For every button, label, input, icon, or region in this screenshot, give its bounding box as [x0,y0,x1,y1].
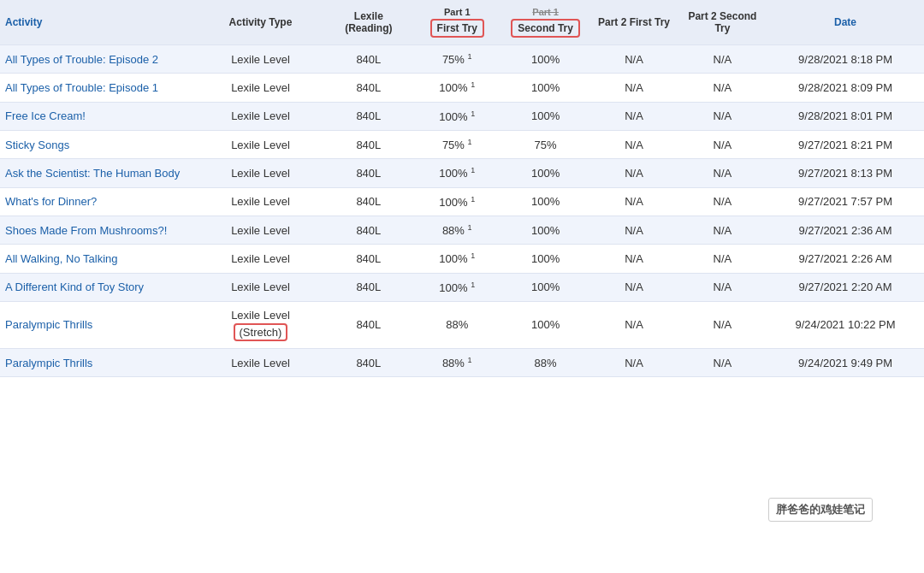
p2-first-try-cell: N/A [589,273,678,301]
p1-first-try-cell: 100% 1 [413,102,501,130]
activity-link[interactable]: Shoes Made From Mushrooms?! [5,224,167,237]
type-cell: Lexile Level [197,245,324,273]
lexile-cell: 840L [324,102,412,130]
activity-cell: Sticky Songs [0,130,197,158]
activity-link[interactable]: What's for Dinner? [5,195,97,208]
p2-second-try-cell: N/A [678,159,767,187]
activity-cell: Paralympic Thrills [0,348,197,376]
activity-link[interactable]: All Walking, No Talking [5,252,118,265]
lexile-cell: 840L [324,74,412,102]
table-row: Paralympic ThrillsLexile Level(Stretch)8… [0,301,924,348]
p1-first-try-cell: 100% 1 [413,159,501,187]
p1-second-try-cell: 100% [501,159,589,187]
p1-second-try-cell: 100% [501,45,589,74]
header-part1-second-try: Part 1 Second Try [501,0,589,45]
header-part2-first-try: Part 2 First Try [589,0,678,45]
p2-first-try-cell: N/A [589,187,678,216]
lexile-cell: 840L [324,159,412,187]
type-cell: Lexile Level [197,130,324,158]
p2-second-try-cell: N/A [678,348,767,376]
p1-second-try-cell: 100% [501,74,589,102]
header-activity-type: Activity Type [197,0,324,45]
activity-link[interactable]: Paralympic Thrills [5,318,92,331]
type-cell: Lexile Level [197,45,324,74]
p1-second-try-cell: 100% [501,273,589,301]
date-cell: 9/24/2021 10:22 PM [767,301,924,348]
p2-first-try-cell: N/A [589,102,678,130]
date-cell: 9/28/2021 8:01 PM [767,102,924,130]
header-lexile: Lexile (Reading) [324,0,412,45]
p2-second-try-cell: N/A [678,216,767,244]
p1-second-try-cell: 100% [501,102,589,130]
table-row: All Walking, No TalkingLexile Level840L1… [0,245,924,273]
table-row: All Types of Trouble: Episode 1Lexile Le… [0,74,924,102]
lexile-cell: 840L [324,45,412,74]
p1-first-try-cell: 100% 1 [413,245,501,273]
p1-first-try-cell: 88% 1 [413,216,501,244]
activity-cell: All Types of Trouble: Episode 1 [0,74,197,102]
p2-second-try-cell: N/A [678,45,767,74]
activity-link[interactable]: A Different Kind of Toy Story [5,281,144,293]
activity-link[interactable]: Paralympic Thrills [5,357,92,369]
lexile-cell: 840L [324,216,412,244]
p1-second-try-cell: 100% [501,301,589,348]
activity-cell: What's for Dinner? [0,187,197,216]
table-row: A Different Kind of Toy StoryLexile Leve… [0,273,924,301]
p2-second-try-cell: N/A [678,130,767,158]
table-row: Ask the Scientist: The Human BodyLexile … [0,159,924,187]
p2-second-try-cell: N/A [678,301,767,348]
activity-link[interactable]: Ask the Scientist: The Human Body [5,167,180,180]
activity-cell: All Walking, No Talking [0,245,197,273]
date-cell: 9/27/2021 2:26 AM [767,245,924,273]
p2-second-try-cell: N/A [678,187,767,216]
date-cell: 9/27/2021 8:13 PM [767,159,924,187]
lexile-cell: 840L [324,348,412,376]
p2-second-try-cell: N/A [678,273,767,301]
type-cell: Lexile Level [197,216,324,244]
header-date[interactable]: Date [767,0,924,45]
activity-cell: Paralympic Thrills [0,301,197,348]
p2-first-try-cell: N/A [589,45,678,74]
activity-cell: Shoes Made From Mushrooms?! [0,216,197,244]
table-row: Free Ice Cream!Lexile Level840L100% 1100… [0,102,924,130]
p1-first-try-cell: 88% 1 [413,348,501,376]
p2-first-try-cell: N/A [589,216,678,244]
date-cell: 9/27/2021 2:36 AM [767,216,924,244]
p1-first-try-cell: 100% 1 [413,74,501,102]
activity-cell: A Different Kind of Toy Story [0,273,197,301]
activity-link[interactable]: All Types of Trouble: Episode 2 [5,53,158,66]
p2-first-try-cell: N/A [589,348,678,376]
p2-second-try-cell: N/A [678,74,767,102]
p2-first-try-cell: N/A [589,130,678,158]
p1-second-try-cell: 100% [501,187,589,216]
type-cell: Lexile Level [197,102,324,130]
activity-cell: All Types of Trouble: Episode 2 [0,45,197,74]
p1-first-try-cell: 100% 1 [413,273,501,301]
date-cell: 9/24/2021 9:49 PM [767,348,924,376]
activity-link[interactable]: Sticky Songs [5,139,69,151]
activity-link[interactable]: All Types of Trouble: Episode 1 [5,81,158,94]
p2-second-try-cell: N/A [678,102,767,130]
activity-cell: Free Ice Cream! [0,102,197,130]
type-cell: Lexile Level [197,187,324,216]
p1-second-try-cell: 100% [501,245,589,273]
type-cell: Lexile Level [197,273,324,301]
header-activity[interactable]: Activity [0,0,197,45]
p1-second-try-cell: 88% [501,348,589,376]
p2-first-try-cell: N/A [589,74,678,102]
p1-first-try-cell: 100% 1 [413,187,501,216]
p2-first-try-cell: N/A [589,245,678,273]
activity-link[interactable]: Free Ice Cream! [5,109,86,122]
date-cell: 9/28/2021 8:18 PM [767,45,924,74]
header-part2-second-try: Part 2 Second Try [678,0,767,45]
table-row: All Types of Trouble: Episode 2Lexile Le… [0,45,924,74]
table-row: What's for Dinner?Lexile Level840L100% 1… [0,187,924,216]
p2-first-try-cell: N/A [589,159,678,187]
lexile-cell: 840L [324,273,412,301]
date-cell: 9/27/2021 2:20 AM [767,273,924,301]
activity-table: Activity Activity Type Lexile (Reading) … [0,0,924,377]
p2-second-try-cell: N/A [678,245,767,273]
lexile-cell: 840L [324,245,412,273]
lexile-cell: 840L [324,301,412,348]
table-row: Paralympic ThrillsLexile Level840L88% 18… [0,348,924,376]
